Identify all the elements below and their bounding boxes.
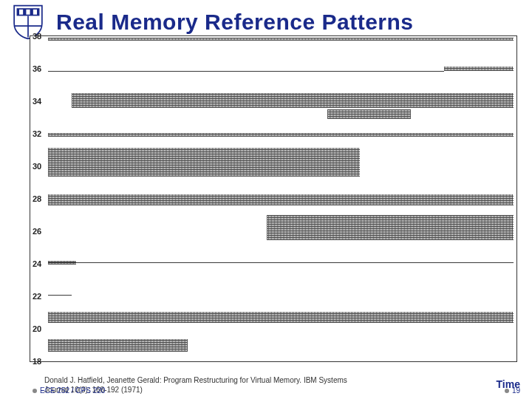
reference-band xyxy=(267,215,514,241)
y-tick-label: 22 xyxy=(33,292,41,301)
svg-rect-2 xyxy=(26,10,30,15)
course-text: ECE 252 / CPS 220 xyxy=(40,386,105,395)
y-tick-label: 28 xyxy=(33,194,41,203)
reference-band xyxy=(444,66,514,71)
course-code: ECE 252 / CPS 220 xyxy=(33,386,105,395)
page-number-text: 19 xyxy=(512,386,520,395)
y-tick-label: 20 xyxy=(33,324,41,333)
reference-band xyxy=(48,194,514,205)
y-axis-ticks: 1820222426283032343638 xyxy=(30,36,48,361)
y-tick-label: 38 xyxy=(33,32,41,41)
reference-band xyxy=(327,109,411,119)
bullet-icon xyxy=(33,389,37,393)
footer: Donald J. Hatfield, Jeanette Gerald: Pro… xyxy=(44,376,520,395)
page-number: 19 xyxy=(505,386,520,395)
reference-band xyxy=(48,133,514,136)
y-tick-label: 26 xyxy=(33,227,41,236)
y-tick-label: 34 xyxy=(33,97,41,106)
reference-line xyxy=(48,295,72,296)
reference-band xyxy=(48,148,360,177)
page-title: Real Memory Reference Patterns xyxy=(56,10,414,35)
y-tick-label: 18 xyxy=(33,357,41,366)
plot-region xyxy=(48,39,514,358)
y-tick-label: 32 xyxy=(33,129,41,138)
reference-line xyxy=(48,71,444,72)
y-tick-label: 24 xyxy=(33,259,41,268)
reference-band xyxy=(48,339,188,352)
bullet-icon xyxy=(505,389,509,393)
svg-rect-1 xyxy=(19,10,23,15)
reference-band xyxy=(72,93,514,107)
chart-plot: 1820222426283032343638 xyxy=(30,35,517,362)
svg-rect-3 xyxy=(33,10,37,15)
citation-line-1: Donald J. Hatfield, Jeanette Gerald: Pro… xyxy=(44,376,347,386)
reference-line xyxy=(48,262,514,263)
y-tick-label: 30 xyxy=(33,162,41,171)
y-tick-label: 36 xyxy=(33,64,41,73)
reference-band xyxy=(48,312,514,323)
reference-band xyxy=(48,38,514,41)
